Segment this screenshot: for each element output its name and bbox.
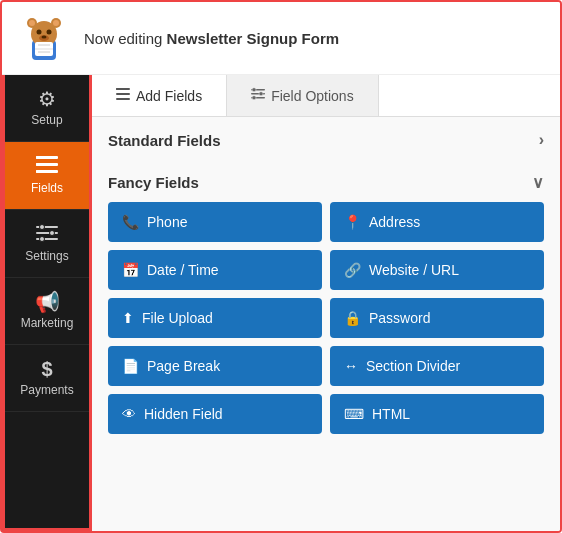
file-upload-icon: ⬆ <box>122 310 134 326</box>
hidden-field-icon: 👁 <box>122 406 136 422</box>
app-logo <box>18 12 70 64</box>
field-label-page-break: Page Break <box>147 358 220 374</box>
svg-rect-19 <box>36 170 41 173</box>
field-label-html: HTML <box>372 406 410 422</box>
fields-icon <box>36 156 58 177</box>
field-btn-address[interactable]: 📍 Address <box>330 202 544 242</box>
fields-panel: Standard Fields › Fancy Fields ∨ 📞 Phone… <box>92 117 560 531</box>
standard-fields-header[interactable]: Standard Fields › <box>108 117 544 159</box>
svg-rect-28 <box>116 98 130 100</box>
svg-rect-18 <box>36 163 41 166</box>
sidebar-item-marketing[interactable]: 📢 Marketing <box>5 278 89 345</box>
html-icon: ⌨ <box>344 406 364 422</box>
sidebar-label-fields: Fields <box>31 181 63 195</box>
field-label-address: Address <box>369 214 420 230</box>
field-btn-page-break[interactable]: 📄 Page Break <box>108 346 322 386</box>
app-container: Now editing Newsletter Signup Form ⚙ Set… <box>0 0 562 533</box>
settings-icon <box>36 224 58 245</box>
sidebar-item-setup[interactable]: ⚙ Setup <box>5 75 89 142</box>
svg-point-5 <box>53 20 59 26</box>
svg-point-9 <box>42 36 47 39</box>
field-btn-phone[interactable]: 📞 Phone <box>108 202 322 242</box>
svg-point-4 <box>29 20 35 26</box>
svg-point-23 <box>40 225 45 230</box>
website-url-icon: 🔗 <box>344 262 361 278</box>
tab-field-options[interactable]: Field Options <box>227 75 378 116</box>
field-btn-section-divider[interactable]: ↔ Section Divider <box>330 346 544 386</box>
field-label-hidden-field: Hidden Field <box>144 406 223 422</box>
svg-point-7 <box>47 30 52 35</box>
svg-point-35 <box>252 96 256 100</box>
main-layout: ⚙ Setup Fields <box>2 75 560 531</box>
svg-rect-17 <box>36 156 41 159</box>
field-btn-file-upload[interactable]: ⬆ File Upload <box>108 298 322 338</box>
field-btn-html[interactable]: ⌨ HTML <box>330 394 544 434</box>
sidebar-label-marketing: Marketing <box>21 316 74 330</box>
field-options-tab-icon <box>251 87 265 104</box>
sidebar-label-settings: Settings <box>25 249 68 263</box>
sidebar-item-fields[interactable]: Fields <box>5 142 89 210</box>
payments-icon: $ <box>41 359 52 379</box>
gear-icon: ⚙ <box>38 89 56 109</box>
svg-rect-27 <box>116 93 130 95</box>
field-label-phone: Phone <box>147 214 187 230</box>
tab-field-options-label: Field Options <box>271 88 353 104</box>
marketing-icon: 📢 <box>35 292 60 312</box>
header: Now editing Newsletter Signup Form <box>2 2 560 75</box>
svg-point-25 <box>40 237 45 242</box>
date-time-icon: 📅 <box>122 262 139 278</box>
sidebar-item-payments[interactable]: $ Payments <box>5 345 89 412</box>
sidebar: ⚙ Setup Fields <box>2 75 92 531</box>
sidebar-item-settings[interactable]: Settings <box>5 210 89 278</box>
fancy-fields-grid: 📞 Phone 📍 Address 📅 Date / Time 🔗 Websit… <box>108 202 544 434</box>
field-label-date-time: Date / Time <box>147 262 219 278</box>
field-btn-website-url[interactable]: 🔗 Website / URL <box>330 250 544 290</box>
svg-point-33 <box>252 88 256 92</box>
svg-point-24 <box>50 231 55 236</box>
field-btn-password[interactable]: 🔒 Password <box>330 298 544 338</box>
fancy-fields-chevron: ∨ <box>532 173 544 192</box>
field-label-file-upload: File Upload <box>142 310 213 326</box>
svg-rect-29 <box>116 88 119 90</box>
add-fields-tab-icon <box>116 87 130 104</box>
field-btn-hidden-field[interactable]: 👁 Hidden Field <box>108 394 322 434</box>
fancy-fields-header[interactable]: Fancy Fields ∨ <box>108 159 544 202</box>
tabs: Add Fields Field Options <box>92 75 560 117</box>
field-label-password: Password <box>369 310 430 326</box>
field-label-website-url: Website / URL <box>369 262 459 278</box>
svg-point-34 <box>259 92 263 96</box>
password-icon: 🔒 <box>344 310 361 326</box>
standard-fields-label: Standard Fields <box>108 132 221 149</box>
sidebar-label-payments: Payments <box>20 383 73 397</box>
address-icon: 📍 <box>344 214 361 230</box>
tab-add-fields[interactable]: Add Fields <box>92 75 227 116</box>
field-label-section-divider: Section Divider <box>366 358 460 374</box>
section-divider-icon: ↔ <box>344 358 358 374</box>
tab-add-fields-label: Add Fields <box>136 88 202 104</box>
sidebar-label-setup: Setup <box>31 113 62 127</box>
svg-point-6 <box>37 30 42 35</box>
content-area: Add Fields Field Options <box>92 75 560 531</box>
phone-icon: 📞 <box>122 214 139 230</box>
fancy-fields-label: Fancy Fields <box>108 174 199 191</box>
page-break-icon: 📄 <box>122 358 139 374</box>
standard-fields-chevron: › <box>539 131 544 149</box>
header-title: Now editing Newsletter Signup Form <box>84 30 339 47</box>
field-btn-date-time[interactable]: 📅 Date / Time <box>108 250 322 290</box>
